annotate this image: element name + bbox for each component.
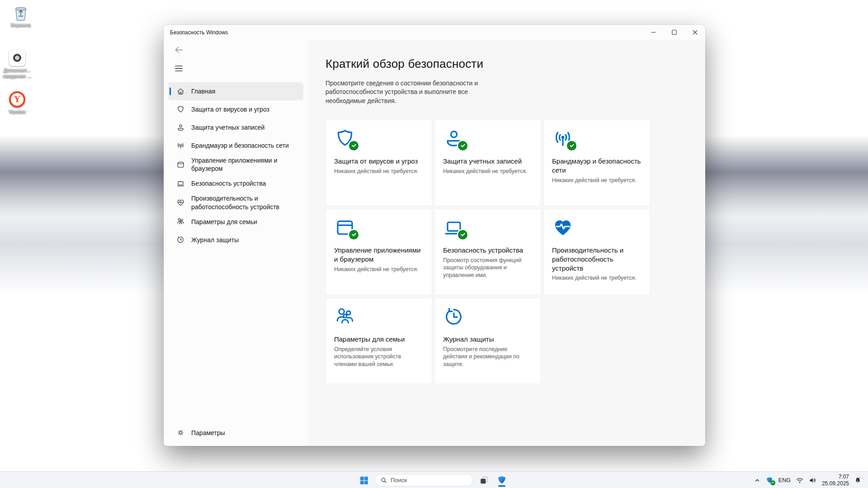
- card-virus-protection[interactable]: Защита от вирусов и угроз Никаких действ…: [326, 120, 432, 206]
- card-family-options[interactable]: Параметры для семьи Определяйте условия …: [326, 298, 432, 384]
- desktop-icon-recycle-bin[interactable]: Корзина: [4, 5, 38, 28]
- card-title: Защита учетных записей: [443, 157, 533, 166]
- search-icon: [381, 477, 387, 483]
- sidebar-nav: Главная Защита от вирусов и угроз Защита…: [168, 82, 303, 249]
- card-title: Защита от вирусов и угроз: [334, 157, 424, 166]
- desktop-icon-info[interactable]: Дополнит... сведения ...: [0, 50, 34, 79]
- sidebar-item-label: Параметры для семьи: [191, 218, 257, 226]
- tray-time: 7:07: [822, 474, 849, 480]
- sidebar-item-device-health[interactable]: Производительность и работоспособность у…: [168, 192, 303, 212]
- close-button[interactable]: [684, 25, 705, 40]
- card-title: Журнал защиты: [443, 335, 533, 344]
- card-title: Безопасность устройства: [443, 246, 533, 255]
- back-arrow-icon: [175, 47, 183, 53]
- minimize-icon: [651, 30, 656, 35]
- maximize-icon: [672, 30, 677, 35]
- health-icon: [176, 198, 185, 207]
- maximize-button[interactable]: [664, 25, 684, 40]
- family-icon: [176, 217, 185, 226]
- shield-icon: [176, 105, 185, 114]
- windows-security-window: Безопасность Windows Главная: [164, 25, 705, 446]
- tray-notifications[interactable]: z z: [854, 476, 862, 484]
- card-status: Просмотрите последние действия и рекомен…: [443, 346, 533, 368]
- start-button[interactable]: [357, 474, 371, 487]
- shield-icon: [334, 128, 356, 150]
- tray-volume[interactable]: [809, 477, 817, 484]
- sidebar-item-home[interactable]: Главная: [168, 82, 303, 100]
- tray-date: 25.09.2025: [822, 480, 849, 487]
- apps-browser-icon: [334, 217, 356, 239]
- sidebar-item-label: Управление приложениями и браузером: [191, 156, 299, 173]
- card-status: Никаких действий не требуется.: [552, 274, 642, 282]
- card-protection-history[interactable]: Журнал защиты Просмотрите последние дейс…: [434, 298, 541, 384]
- titlebar[interactable]: Безопасность Windows: [164, 25, 705, 40]
- sidebar: Главная Защита от вирусов и угроз Защита…: [164, 40, 308, 446]
- account-icon: [176, 123, 185, 132]
- card-firewall[interactable]: Брандмауэр и безопасность сети Никаких д…: [543, 120, 650, 206]
- card-status: Просмотр состояния функций защиты оборуд…: [443, 257, 533, 279]
- taskbar-app-windows-security[interactable]: [495, 474, 509, 487]
- card-status: Никаких действий не требуется.: [334, 266, 424, 273]
- card-device-health[interactable]: Производительность и работоспособность у…: [543, 209, 650, 295]
- check-badge-icon: [349, 141, 359, 150]
- taskbar: Поиск ENG: [0, 471, 868, 488]
- sidebar-item-family-options[interactable]: Параметры для семьи: [168, 213, 303, 231]
- sidebar-item-label: Брандмауэр и безопасность сети: [191, 141, 289, 150]
- card-device-security[interactable]: Безопасность устройства Просмотр состоян…: [434, 209, 541, 295]
- desktop-icon-yandex[interactable]: Y Yandex: [0, 91, 34, 115]
- sidebar-item-virus-protection[interactable]: Защита от вирусов и угроз: [168, 100, 303, 118]
- card-status: Никаких действий не требуется.: [443, 168, 533, 175]
- history-icon: [443, 306, 465, 328]
- sidebar-item-settings[interactable]: Параметры: [168, 424, 303, 440]
- device-icon: [443, 217, 465, 239]
- network-icon: [552, 128, 574, 150]
- tray-language-indicator[interactable]: ENG: [778, 477, 791, 483]
- security-cards-grid: Защита от вирусов и угроз Никаких действ…: [326, 120, 705, 384]
- back-button[interactable]: [172, 43, 185, 56]
- bell-dnd-icon: z z: [854, 476, 862, 484]
- menu-toggle-button[interactable]: [172, 62, 185, 74]
- windows-security-icon: [496, 475, 507, 486]
- check-badge-icon: [458, 230, 467, 239]
- health-icon: [552, 217, 574, 239]
- tray-clock[interactable]: 7:07 25.09.2025: [822, 474, 849, 487]
- tray-defender-status[interactable]: [765, 476, 774, 484]
- account-icon: [443, 128, 465, 150]
- check-badge-icon: [458, 141, 467, 150]
- page-title: Краткий обзор безопасности: [326, 57, 705, 71]
- close-icon: [693, 30, 698, 35]
- sidebar-item-label: Журнал защиты: [191, 236, 239, 244]
- check-badge-icon: [770, 480, 775, 485]
- speaker-icon: [809, 477, 817, 484]
- card-status: Никаких действий не требуется.: [552, 177, 642, 184]
- card-title: Параметры для семьи: [334, 335, 424, 344]
- sidebar-item-label: Защита учетных записей: [191, 123, 264, 131]
- window-title: Безопасность Windows: [170, 29, 228, 36]
- home-icon: [176, 87, 185, 96]
- desktop: Корзина Дополнит... сведения ... Y Yande…: [0, 0, 868, 488]
- settings-label: Параметры: [191, 429, 225, 436]
- gear-icon: [176, 428, 185, 437]
- sidebar-item-app-browser-control[interactable]: Управление приложениями и браузером: [168, 155, 303, 174]
- task-view-button[interactable]: [477, 474, 491, 487]
- device-icon: [176, 179, 185, 188]
- tray-wifi[interactable]: [796, 477, 804, 484]
- chevron-up-icon: [754, 477, 760, 483]
- apps-browser-icon: [176, 160, 185, 169]
- taskbar-search-input[interactable]: Поиск: [375, 474, 473, 486]
- card-title: Брандмауэр и безопасность сети: [552, 157, 642, 175]
- tray-show-hidden-icons[interactable]: [754, 477, 760, 483]
- sidebar-item-protection-history[interactable]: Журнал защиты: [168, 231, 303, 249]
- card-account-protection[interactable]: Защита учетных записей Никаких действий …: [434, 120, 541, 206]
- sidebar-item-account-protection[interactable]: Защита учетных записей: [168, 118, 303, 136]
- card-title: Производительность и работоспособность у…: [552, 246, 642, 272]
- history-icon: [176, 235, 185, 244]
- minimize-button[interactable]: [643, 25, 664, 40]
- sidebar-item-device-security[interactable]: Безопасность устройства: [168, 174, 303, 192]
- card-app-browser-control[interactable]: Управление приложениями и браузером Ника…: [326, 209, 432, 295]
- sidebar-item-firewall[interactable]: Брандмауэр и безопасность сети: [168, 136, 303, 155]
- sidebar-item-label: Главная: [191, 87, 215, 95]
- svg-text:z: z: [859, 476, 860, 479]
- sidebar-item-label: Безопасность устройства: [191, 179, 266, 188]
- yandex-icon: Y: [9, 91, 25, 108]
